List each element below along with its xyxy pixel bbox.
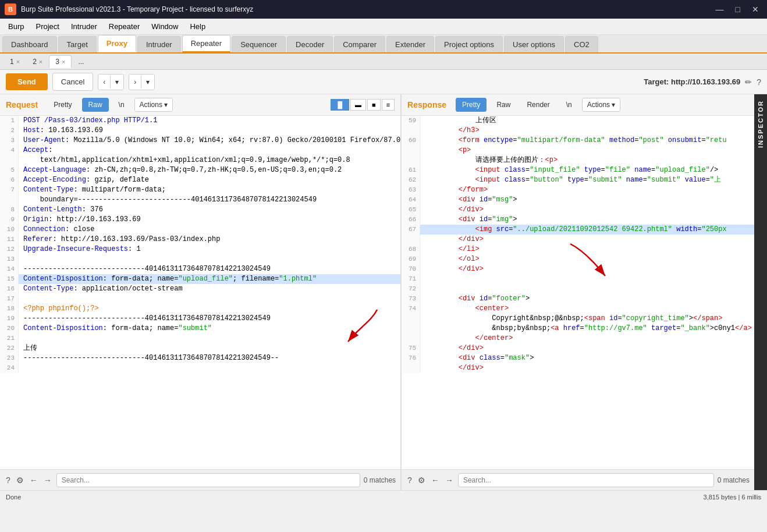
- help-target-icon[interactable]: ?: [757, 77, 761, 87]
- tab-target[interactable]: Target: [58, 36, 97, 52]
- tab-dashboard[interactable]: Dashboard: [2, 36, 57, 52]
- nav-next-dropdown[interactable]: ▾: [141, 75, 154, 90]
- repeater-tab-1[interactable]: 1 ×: [3, 55, 26, 68]
- resp-settings-icon[interactable]: ⚙: [417, 474, 427, 486]
- tab-proxy[interactable]: Proxy: [98, 35, 136, 52]
- tab-project-options[interactable]: Project options: [435, 36, 503, 52]
- tab-repeater[interactable]: Repeater: [182, 35, 230, 52]
- req-tab-pretty[interactable]: Pretty: [47, 98, 78, 112]
- tab-sequencer[interactable]: Sequencer: [232, 36, 286, 52]
- title-bar: B Burp Suite Professional v2021.3 - Temp…: [0, 0, 767, 19]
- resp-tab-render[interactable]: Render: [520, 98, 556, 112]
- menu-burp[interactable]: Burp: [2, 20, 30, 33]
- cancel-button[interactable]: Cancel: [52, 73, 93, 91]
- req-search-prev[interactable]: ←: [29, 474, 39, 486]
- menu-help[interactable]: Help: [184, 20, 211, 33]
- repeater-tab-3[interactable]: 3 ×: [49, 55, 72, 68]
- main-tab-bar: Dashboard Target Proxy Intruder Repeater…: [0, 35, 767, 54]
- request-title: Request: [6, 100, 38, 109]
- resp-tab-n[interactable]: \n: [560, 98, 578, 112]
- tab-intruder[interactable]: Intruder: [137, 36, 181, 52]
- req-settings-icon[interactable]: ⚙: [15, 474, 25, 486]
- req-line-16: 16 Content-Type: application/octet-strea…: [0, 284, 400, 294]
- req-line-4b: text/html,application/xhtml+xml,applicat…: [0, 155, 400, 165]
- req-tab-raw[interactable]: Raw: [82, 98, 109, 112]
- close-tab-1-icon[interactable]: ×: [16, 58, 20, 65]
- req-line-24: 24: [0, 363, 400, 373]
- req-line-18: 18 <?php phpinfo();?>: [0, 304, 400, 314]
- status-bar: Done 3,815 bytes | 6 millis: [0, 490, 767, 503]
- resp-line-61: 61 <input class="input_file" type="file"…: [402, 165, 754, 175]
- tab-decoder[interactable]: Decoder: [287, 36, 333, 52]
- req-actions-button[interactable]: Actions ▾: [134, 98, 173, 112]
- tab-comparer[interactable]: Comparer: [334, 36, 385, 52]
- resp-search-prev[interactable]: ←: [430, 474, 441, 486]
- resp-search-next[interactable]: →: [444, 474, 454, 486]
- req-line-19: 19 -----------------------------40146131…: [0, 314, 400, 324]
- resp-line-76a: 76 <div class="mask">: [402, 353, 754, 363]
- menu-project[interactable]: Project: [30, 20, 65, 33]
- send-button[interactable]: Send: [6, 73, 48, 90]
- repeater-tab-2[interactable]: 2 ×: [26, 55, 49, 68]
- request-panel-header: Request Pretty Raw \n Actions ▾ ▐▌ ▬ ■ ≡: [0, 94, 400, 116]
- edit-target-icon[interactable]: ✏: [745, 77, 752, 87]
- req-line-1: 1 POST /Pass-03/index.php HTTP/1.1: [0, 116, 400, 126]
- resp-line-68: 68 </li>: [402, 244, 754, 254]
- req-line-21: 21: [0, 334, 400, 343]
- view-full-button[interactable]: ■: [367, 99, 381, 111]
- tab-co2[interactable]: CO2: [565, 36, 598, 52]
- req-search-next[interactable]: →: [42, 474, 53, 486]
- close-button[interactable]: ✕: [748, 3, 762, 15]
- menu-repeater[interactable]: Repeater: [103, 20, 145, 33]
- maximize-button[interactable]: □: [732, 3, 744, 15]
- menu-intruder[interactable]: Intruder: [65, 20, 103, 33]
- tab-user-options[interactable]: User options: [504, 36, 564, 52]
- request-panel: Request Pretty Raw \n Actions ▾ ▐▌ ▬ ■ ≡…: [0, 94, 402, 490]
- resp-search-input[interactable]: [458, 473, 714, 487]
- resp-line-76b: </div>: [402, 363, 754, 373]
- req-help-icon[interactable]: ?: [5, 474, 12, 486]
- close-tab-3-icon[interactable]: ×: [62, 58, 65, 65]
- req-tab-n[interactable]: \n: [112, 98, 131, 112]
- window-title: Burp Suite Professional v2021.3 - Tempor…: [21, 5, 712, 13]
- req-search-input[interactable]: [56, 473, 360, 487]
- req-line-22: 22 上传: [0, 343, 400, 353]
- menu-bar: Burp Project Intruder Repeater Window He…: [0, 19, 767, 35]
- resp-line-74d: </center>: [402, 334, 754, 343]
- response-code-area[interactable]: 59 上传区 </h3> 60 <form enctype="multipart…: [402, 116, 754, 469]
- inspector-sidebar: INSPECTOR: [754, 94, 767, 490]
- minimize-button[interactable]: —: [712, 3, 727, 15]
- view-split-h-button[interactable]: ▐▌: [331, 99, 349, 111]
- toolbar: Send Cancel ‹ ▾ › ▾ Target: http://10.16…: [0, 70, 767, 94]
- window-controls[interactable]: — □ ✕: [712, 3, 762, 15]
- resp-line-59b: </h3>: [402, 126, 754, 136]
- req-line-13: 13: [0, 254, 400, 264]
- req-match-count: 0 matches: [364, 476, 396, 484]
- resp-help-icon[interactable]: ?: [406, 474, 413, 486]
- status-left: Done: [6, 494, 21, 501]
- resp-actions-dropdown-icon: ▾: [612, 101, 615, 109]
- resp-line-60c: 请选择要上传的图片：<p>: [402, 155, 754, 165]
- req-line-2: 2 Host: 10.163.193.69: [0, 126, 400, 136]
- resp-actions-button[interactable]: Actions ▾: [582, 98, 620, 112]
- nav-prev-dropdown[interactable]: ▾: [111, 75, 123, 90]
- request-code-area[interactable]: 1 POST /Pass-03/index.php HTTP/1.1 2 Hos…: [0, 116, 400, 469]
- req-line-11: 11 Referer: http://10.163.193.69/Pass-03…: [0, 235, 400, 244]
- req-line-5: 5 Accept-Language: zh-CN,zh;q=0.8,zh-TW;…: [0, 165, 400, 175]
- nav-next-button[interactable]: ›: [129, 75, 141, 90]
- nav-prev-button[interactable]: ‹: [98, 75, 110, 90]
- inspector-label: INSPECTOR: [757, 100, 764, 148]
- view-split-v-button[interactable]: ▬: [350, 99, 366, 111]
- resp-tab-raw[interactable]: Raw: [490, 98, 517, 112]
- resp-match-count: 0 matches: [718, 476, 750, 484]
- menu-window[interactable]: Window: [145, 20, 184, 33]
- resp-tab-pretty[interactable]: Pretty: [456, 98, 487, 112]
- tab-extender[interactable]: Extender: [386, 36, 434, 52]
- close-tab-2-icon[interactable]: ×: [39, 58, 42, 65]
- repeater-tab-more[interactable]: ...: [72, 55, 90, 68]
- resp-line-62: 62 <input class="button" type="submit" n…: [402, 175, 754, 185]
- main-content: Request Pretty Raw \n Actions ▾ ▐▌ ▬ ■ ≡…: [0, 94, 767, 490]
- view-lines-button[interactable]: ≡: [382, 99, 395, 111]
- target-label: Target: http://10.163.193.69: [644, 77, 740, 86]
- resp-line-63: 63 </form>: [402, 185, 754, 195]
